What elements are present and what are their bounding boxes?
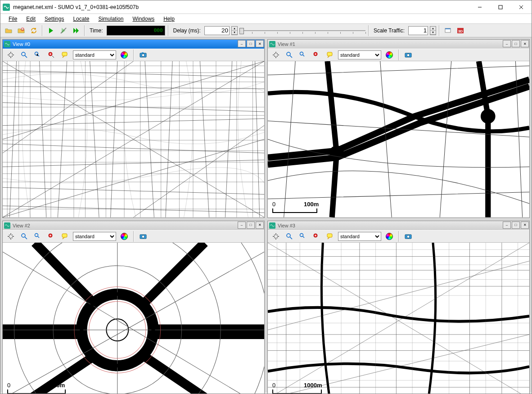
view-titlebar-3[interactable]: View #3 – □ ✕: [268, 221, 529, 230]
scale-bar-3: 0 1000m: [272, 389, 322, 394]
map-canvas-3[interactable]: 0 1000m: [268, 243, 529, 394]
toolbar-separator: [168, 25, 169, 36]
minimize-button[interactable]: [469, 0, 490, 14]
view-titlebar-2[interactable]: View #2 – □ ✕: [3, 221, 264, 230]
magnifier-arrow-icon[interactable]: [32, 231, 43, 242]
pin-edit-icon[interactable]: [46, 50, 57, 60]
view-maximize-button[interactable]: □: [247, 40, 255, 47]
svg-rect-17: [62, 52, 67, 56]
svg-line-37: [25, 237, 27, 239]
view-maximize-button[interactable]: □: [247, 222, 255, 229]
view-maximize-button[interactable]: □: [512, 40, 520, 47]
maximize-button[interactable]: [490, 0, 511, 14]
tooltip-icon[interactable]: [59, 50, 70, 60]
view-minimize-button[interactable]: –: [238, 40, 246, 47]
pin-edit-icon[interactable]: [311, 50, 322, 60]
svg-point-41: [50, 235, 51, 236]
view-maximize-button[interactable]: □: [512, 222, 520, 229]
svg-point-25: [300, 52, 303, 55]
color-wheel-icon[interactable]: [119, 231, 130, 242]
play-button[interactable]: [45, 25, 56, 36]
tooltip-icon[interactable]: [325, 231, 335, 242]
style-select-3[interactable]: standard: [338, 232, 381, 241]
menu-simulation[interactable]: Simulation: [94, 15, 128, 23]
magnifier-icon[interactable]: [19, 50, 30, 60]
svg-rect-29: [327, 52, 332, 56]
reload-icon[interactable]: [16, 25, 27, 36]
view-close-button[interactable]: ✕: [521, 222, 529, 229]
recenter-icon[interactable]: [5, 231, 16, 242]
view-close-button[interactable]: ✕: [256, 222, 264, 229]
pin-edit-icon[interactable]: [46, 231, 57, 242]
close-button[interactable]: [511, 0, 532, 14]
open-file-icon[interactable]: [3, 25, 14, 36]
magnifier-arrow-icon[interactable]: [298, 231, 308, 242]
recenter-icon[interactable]: [271, 50, 281, 60]
delay-label: Delay (ms):: [171, 27, 203, 34]
view-minimize-button[interactable]: –: [238, 222, 246, 229]
view-minimize-button[interactable]: –: [503, 40, 511, 47]
toolbar-separator: [42, 25, 43, 36]
color-wheel-icon[interactable]: [384, 231, 395, 242]
camera-icon[interactable]: [403, 50, 414, 60]
view-toolbar-1: standard: [268, 49, 529, 61]
menu-edit[interactable]: Edit: [22, 15, 40, 23]
magnifier-icon[interactable]: [19, 231, 30, 242]
delay-slider[interactable]: [239, 27, 365, 35]
svg-line-14: [38, 55, 39, 56]
recenter-icon[interactable]: [5, 50, 16, 60]
camera-icon[interactable]: [403, 231, 414, 242]
magnifier-arrow-icon[interactable]: [298, 50, 308, 60]
menu-settings[interactable]: Settings: [40, 15, 68, 23]
view-titlebar-0[interactable]: View #0 – □ ✕: [3, 40, 264, 49]
recenter-icon[interactable]: [271, 231, 281, 242]
views-container: View #0 – □ ✕ standard: [0, 37, 532, 393]
view-pane-0: View #0 – □ ✕ standard: [2, 39, 265, 218]
view-close-button[interactable]: ✕: [256, 40, 264, 47]
3d-toggle-icon[interactable]: 3D: [455, 25, 466, 36]
map-canvas-2[interactable]: 0 100m: [3, 243, 264, 394]
pin-edit-icon[interactable]: [311, 231, 322, 242]
style-select-2[interactable]: standard: [73, 232, 116, 241]
svg-rect-68: [327, 234, 332, 237]
style-select-1[interactable]: standard: [338, 50, 381, 59]
svg-line-63: [290, 237, 292, 239]
svg-point-36: [22, 234, 25, 237]
scale-traffic-spinner[interactable]: ▲▼: [430, 26, 436, 35]
svg-point-33: [329, 146, 344, 161]
new-view-icon[interactable]: [442, 25, 453, 36]
map-canvas-1[interactable]: 0 100m: [268, 61, 529, 217]
menu-help[interactable]: Help: [159, 15, 179, 23]
svg-point-62: [287, 234, 290, 237]
refresh-sync-icon[interactable]: [28, 25, 39, 36]
svg-point-16: [50, 54, 51, 55]
fast-forward-button[interactable]: [71, 25, 81, 36]
color-wheel-icon[interactable]: [384, 50, 395, 60]
view-toolbar-0: standard: [3, 49, 264, 61]
menu-file[interactable]: File: [4, 15, 22, 23]
svg-point-54: [151, 328, 155, 331]
svg-line-65: [303, 236, 304, 238]
view-minimize-button[interactable]: –: [503, 222, 511, 229]
svg-point-34: [481, 109, 496, 124]
step-button[interactable]: [58, 25, 69, 36]
camera-icon[interactable]: [138, 231, 149, 242]
color-wheel-icon[interactable]: [119, 50, 130, 60]
menu-locate[interactable]: Locate: [68, 15, 94, 23]
magnifier-icon[interactable]: [284, 50, 295, 60]
map-canvas-0[interactable]: [3, 61, 264, 217]
view-titlebar-1[interactable]: View #1 – □ ✕: [268, 40, 529, 49]
delay-input[interactable]: [204, 26, 230, 35]
svg-point-70: [407, 235, 410, 238]
tooltip-icon[interactable]: [325, 50, 335, 60]
camera-icon[interactable]: [138, 50, 149, 60]
view-close-button[interactable]: ✕: [521, 40, 529, 47]
scale-traffic-input[interactable]: [408, 26, 428, 35]
menu-windows[interactable]: Windows: [128, 15, 159, 23]
magnifier-arrow-icon[interactable]: [32, 50, 43, 60]
tooltip-icon[interactable]: [59, 231, 70, 242]
delay-spinner[interactable]: ▲▼: [231, 26, 238, 35]
view-toolbar-3: standard: [268, 230, 529, 243]
style-select-0[interactable]: standard: [73, 50, 116, 59]
magnifier-icon[interactable]: [284, 231, 295, 242]
